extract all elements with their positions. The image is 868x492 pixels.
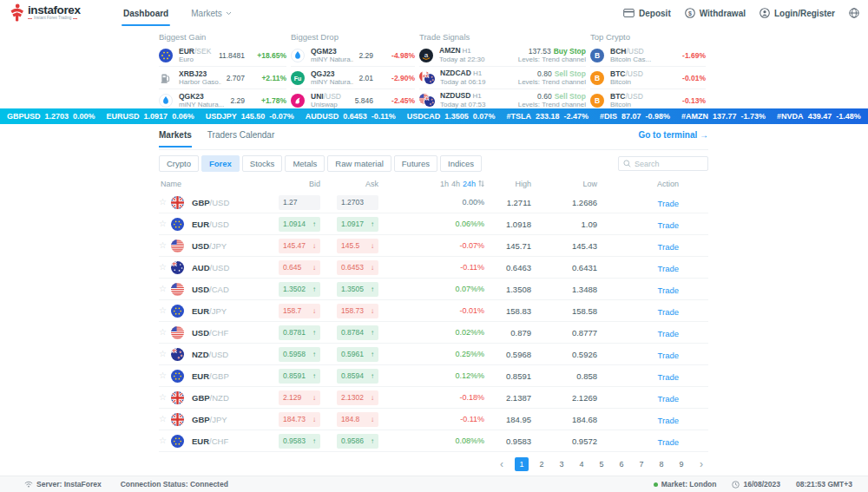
ticker-item-amzn[interactable]: #AMZN137.77-1.73% <box>681 112 766 121</box>
login-register-button[interactable]: Login/Register <box>760 8 835 18</box>
withdrawal-button[interactable]: $Withdrawal <box>685 8 746 18</box>
favorite-star-icon[interactable]: ☆ <box>159 436 171 445</box>
trade-link[interactable]: Trade <box>658 416 679 425</box>
favorite-star-icon[interactable]: ☆ <box>159 328 171 337</box>
trade-link[interactable]: Trade <box>658 372 679 382</box>
bid-cell[interactable]: 0.8591↑ <box>279 369 320 384</box>
page-5-button[interactable]: 5 <box>595 457 608 471</box>
crypto-item-btc[interactable]: B BTC/USDBitcoin -0.01% <box>590 67 706 89</box>
go-to-terminal-link[interactable]: Go to terminal → <box>638 130 708 140</box>
trade-link[interactable]: Trade <box>658 242 679 252</box>
period-4h[interactable]: 4h <box>451 180 460 188</box>
ticker-item-nvda[interactable]: #NVDA439.47-1.48% <box>777 112 861 121</box>
signal-item-amzn[interactable]: a AMZNH1Today at 22:30 137.53Buy StopLev… <box>419 44 586 67</box>
bid-cell[interactable]: 145.47↓ <box>279 239 320 253</box>
nav-label: Dashboard <box>123 9 168 18</box>
ask-cell[interactable]: 0.9586↑ <box>337 434 378 449</box>
bid-cell[interactable]: 0.645↓ <box>279 260 320 275</box>
ask-cell[interactable]: 0.8784↑ <box>337 325 378 340</box>
favorite-star-icon[interactable]: ☆ <box>159 415 171 423</box>
bid-cell[interactable]: 0.8781↑ <box>279 325 320 340</box>
language-button[interactable] <box>849 8 859 18</box>
logo[interactable]: instaforex Instant Forex Trading <box>9 3 81 22</box>
page-9-button[interactable]: 9 <box>674 457 688 471</box>
favorite-star-icon[interactable]: ☆ <box>159 263 171 272</box>
bid-cell[interactable]: 1.27 <box>279 195 320 210</box>
ticker-item-tsla[interactable]: #TSLA233.18-2.47% <box>506 112 589 121</box>
search-box[interactable] <box>618 156 708 171</box>
favorite-star-icon[interactable]: ☆ <box>159 350 171 358</box>
page-8-button[interactable]: 8 <box>654 457 668 471</box>
ask-cell[interactable]: 1.2703 <box>337 195 378 210</box>
favorite-star-icon[interactable]: ☆ <box>159 371 171 380</box>
trade-link[interactable]: Trade <box>658 285 679 295</box>
bid-cell[interactable]: 0.5958↑ <box>279 347 320 362</box>
filter-raw-material[interactable]: Raw material <box>327 155 391 172</box>
bid-cell[interactable]: 1.0914↑ <box>279 217 320 232</box>
page-2-button[interactable]: 2 <box>535 457 549 471</box>
crypto-item-bch[interactable]: B BCH/USDBitcoin Cas... -1.69% <box>590 44 706 67</box>
ticker-item-audusd[interactable]: AUDUSD0.6453-0.11% <box>306 112 396 121</box>
filter-futures[interactable]: Futures <box>394 155 437 172</box>
period-1h[interactable]: 1h <box>440 180 449 188</box>
ticker-item-usdcad[interactable]: USDCAD1.35050.07% <box>407 112 496 121</box>
ticker-item-usdjpy[interactable]: USDJPY145.50-0.07% <box>206 112 294 121</box>
bid-cell[interactable]: 184.73↓ <box>279 412 320 427</box>
filter-metals[interactable]: Metals <box>285 155 325 172</box>
page-7-button[interactable]: 7 <box>635 457 648 471</box>
next-page-button[interactable]: › <box>694 457 708 471</box>
market-item-qgm23[interactable]: QGM23miNY Natura... 2.29 -4.98% <box>291 44 415 67</box>
ticker-item-dis[interactable]: #DIS87.07-0.98% <box>600 112 670 121</box>
bid-cell[interactable]: 1.3502↑ <box>279 282 320 297</box>
ask-cell[interactable]: 0.8594↑ <box>337 369 378 384</box>
trade-link[interactable]: Trade <box>658 199 679 208</box>
deposit-button[interactable]: Deposit <box>623 9 671 18</box>
trade-link[interactable]: Trade <box>658 394 679 403</box>
trade-link[interactable]: Trade <box>658 307 679 317</box>
bid-cell[interactable]: 158.7↓ <box>279 304 320 318</box>
trade-link[interactable]: Trade <box>658 329 679 338</box>
favorite-star-icon[interactable]: ☆ <box>159 393 171 402</box>
favorite-star-icon[interactable]: ☆ <box>159 220 171 228</box>
ticker-item-eurusd[interactable]: EURUSD1.09170.06% <box>107 112 194 121</box>
trade-link[interactable]: Trade <box>658 351 679 360</box>
filter-indices[interactable]: Indices <box>440 155 482 172</box>
favorite-star-icon[interactable]: ☆ <box>159 285 171 293</box>
page-3-button[interactable]: 3 <box>555 457 569 471</box>
trade-link[interactable]: Trade <box>658 264 679 273</box>
favorite-star-icon[interactable]: ☆ <box>159 198 171 207</box>
ask-cell[interactable]: 2.1302↓ <box>337 390 378 405</box>
favorite-star-icon[interactable]: ☆ <box>159 241 171 250</box>
ask-cell[interactable]: 158.73↓ <box>337 304 378 318</box>
signal-item-nzdcad[interactable]: NZDCADH1Today at 06:19 0.80Sell StopLeve… <box>419 67 586 89</box>
market-item-eur[interactable]: EUR/SEKEuro 11.8481 +18.65% <box>159 44 286 67</box>
ask-cell[interactable]: 145.5↓ <box>337 239 378 253</box>
tab-markets[interactable]: Markets <box>159 130 192 147</box>
trade-link[interactable]: Trade <box>658 220 679 230</box>
ask-cell[interactable]: 1.3505↑ <box>337 282 378 297</box>
period-24h[interactable]: 24h <box>463 180 476 188</box>
search-input[interactable] <box>635 160 703 168</box>
bid-cell[interactable]: 2.129↓ <box>279 390 320 405</box>
nav-dashboard[interactable]: Dashboard <box>122 0 170 26</box>
trade-link[interactable]: Trade <box>658 437 679 447</box>
filter-crypto[interactable]: Crypto <box>159 155 199 172</box>
prev-page-button[interactable]: ‹ <box>495 457 509 471</box>
filter-stocks[interactable]: Stocks <box>242 155 283 172</box>
bid-cell[interactable]: 0.9583↑ <box>279 434 320 449</box>
filter-forex[interactable]: Forex <box>201 155 240 172</box>
page-6-button[interactable]: 6 <box>615 457 628 471</box>
nav-markets[interactable]: Markets <box>189 0 233 26</box>
tab-traders-calendar[interactable]: Traders Calendar <box>207 130 274 147</box>
ask-cell[interactable]: 0.6453↓ <box>337 260 378 275</box>
market-item-xrbj23[interactable]: XRBJ23Harbor Gaso... 2.707 +2.11% <box>159 67 286 89</box>
ticker-item-gbpusd[interactable]: GBPUSD1.27030.00% <box>7 112 95 121</box>
market-item-qgj23[interactable]: Fu QGJ23miNY Natura... 2.01 -2.90% <box>291 67 415 89</box>
col-period-sort[interactable]: 1h4h24h <box>378 180 484 188</box>
page-1-button[interactable]: 1 <box>515 457 529 471</box>
ask-cell[interactable]: 0.5961↑ <box>337 347 378 362</box>
ask-cell[interactable]: 1.0917↑ <box>337 217 378 232</box>
page-4-button[interactable]: 4 <box>575 457 589 471</box>
favorite-star-icon[interactable]: ☆ <box>159 306 171 315</box>
ask-cell[interactable]: 184.8↓ <box>337 412 378 427</box>
